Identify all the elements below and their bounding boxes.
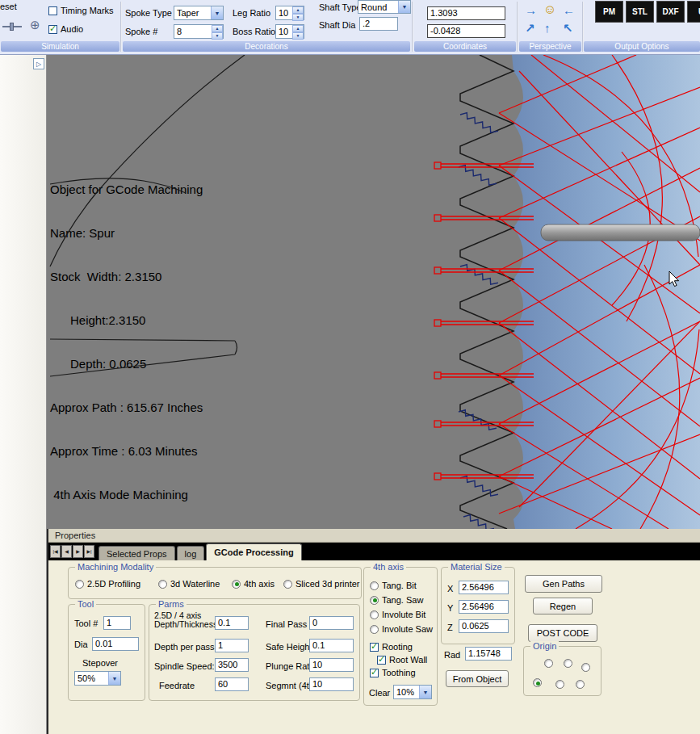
from-object-button[interactable]: From Object <box>446 670 509 687</box>
arrow-down-icon[interactable]: ▼ <box>292 32 304 40</box>
spindle-speed-input[interactable]: 3500 <box>215 658 249 672</box>
tab-nav-first-button[interactable]: |◀ <box>50 545 61 558</box>
radio-25d-profiling[interactable]: 2.5D Profiling <box>75 579 140 589</box>
tool-dia-input[interactable]: 0.01 <box>92 637 139 651</box>
radio-circle[interactable] <box>158 580 167 589</box>
chevron-down-icon[interactable]: ▼ <box>398 1 410 13</box>
export-pm-button[interactable]: PM <box>595 1 623 23</box>
radio-4th-axis[interactable]: 4th axis <box>232 579 275 589</box>
timing-marks-checkbox[interactable]: Timing Marks <box>48 6 114 15</box>
tab-log[interactable]: log <box>177 546 205 560</box>
arrow-down-icon[interactable]: ▼ <box>212 32 223 40</box>
shaft-type-label: Shaft Type <box>319 2 361 12</box>
stepper-arrows[interactable]: ▲▼ <box>292 25 304 38</box>
arrow-up-icon[interactable]: ▲ <box>292 25 304 32</box>
sim-speed-slider[interactable] <box>2 21 22 31</box>
chevron-down-icon[interactable]: ▼ <box>419 686 431 698</box>
radio-tang-bit[interactable]: Tang. Bit <box>370 581 417 590</box>
shaft-type-select[interactable]: Round ▼ <box>358 0 411 14</box>
rooting-checkbox[interactable]: Rooting <box>370 642 413 652</box>
post-code-button[interactable]: POST CODE <box>528 624 597 642</box>
root-wall-checkbox[interactable]: Root Wall <box>377 655 427 665</box>
export-stl-button[interactable]: STL <box>626 1 654 23</box>
checkbox-box[interactable] <box>377 656 386 665</box>
regen-button[interactable]: Regen <box>533 598 593 614</box>
segment-4th-input[interactable]: 10 <box>309 677 354 691</box>
radio-label: Involute Saw <box>382 624 433 634</box>
application-window: eset ⊕ Timing Marks Audio Simulation Spo… <box>0 0 700 734</box>
origin-radio-top-2[interactable] <box>564 659 572 668</box>
origin-radio-bottom-1[interactable] <box>533 678 542 687</box>
final-pass-input[interactable]: 0 <box>309 616 354 630</box>
tool-number-input[interactable]: 1 <box>103 616 131 630</box>
export-dxf-button[interactable]: DXF <box>656 1 685 23</box>
chevron-down-icon[interactable]: ▼ <box>108 672 120 685</box>
slider-knob[interactable] <box>10 23 14 31</box>
rotate-left-button[interactable]: ← <box>563 3 575 18</box>
radio-circle[interactable] <box>370 610 379 619</box>
tab-selected-props[interactable]: Selected Props <box>99 546 175 560</box>
tab-gcode-processing[interactable]: GCode Processing <box>206 543 301 560</box>
checkbox-box[interactable] <box>370 643 379 652</box>
clear-select[interactable]: 10% ▼ <box>393 685 432 699</box>
feedrate-input[interactable]: 60 <box>215 677 249 691</box>
audio-checkbox[interactable]: Audio <box>48 24 83 34</box>
machining-viewport[interactable]: Object for GCode Machining Name: Spur St… <box>47 55 700 529</box>
radio-tang-saw[interactable]: Tang. Saw <box>370 595 423 605</box>
export-extra-button[interactable]: U <box>687 1 700 23</box>
origin-radio-bottom-3[interactable] <box>576 680 585 689</box>
safe-height-input[interactable]: 0.1 <box>309 639 354 652</box>
shaft-dia-input[interactable]: .2 <box>359 17 398 31</box>
reset-view-smiley-button[interactable]: ☺ <box>543 2 556 17</box>
depth-per-pass-input[interactable]: 1 <box>215 639 249 652</box>
stepover-select[interactable]: 50% ▼ <box>74 671 121 686</box>
radio-circle[interactable] <box>370 596 379 605</box>
radio-circle[interactable] <box>232 580 241 589</box>
checkbox-box[interactable] <box>48 25 57 34</box>
chevron-down-icon[interactable]: ▼ <box>211 6 223 19</box>
radio-circle[interactable] <box>75 580 84 589</box>
radio-circle[interactable] <box>370 625 379 634</box>
origin-radio-top-3[interactable] <box>581 663 590 672</box>
boss-ratio-stepper[interactable]: 10 ▲▼ <box>275 24 304 39</box>
radio-circle[interactable] <box>370 581 379 590</box>
tilt-up-left-button[interactable]: ↖ <box>563 21 573 36</box>
material-x-input[interactable]: 2.56496 <box>459 581 509 594</box>
material-z-input[interactable]: 0.0625 <box>459 619 509 633</box>
checkbox-box[interactable] <box>48 6 57 15</box>
stepper-arrows[interactable]: ▲▼ <box>212 25 223 38</box>
tab-nav-last-button[interactable]: ▶| <box>84 545 94 558</box>
plunge-rate-input[interactable]: 10 <box>309 658 354 672</box>
spoke-count-stepper[interactable]: 8 ▲▼ <box>174 24 224 39</box>
tilt-up-right-button[interactable]: ↗ <box>525 21 535 36</box>
arrow-down-icon[interactable]: ▼ <box>292 14 304 21</box>
origin-radio-top-1[interactable] <box>544 659 553 668</box>
material-y-input[interactable]: 2.56496 <box>459 600 509 614</box>
radio-sliced-3d-printer[interactable]: Sliced 3d printer <box>283 579 360 589</box>
radio-involute-saw[interactable]: Involute Saw <box>370 624 433 634</box>
expand-panel-arrow-icon[interactable]: ▷ <box>33 58 44 69</box>
stepper-arrows[interactable]: ▲▼ <box>292 6 304 19</box>
gen-paths-button[interactable]: Gen Paths <box>525 575 602 593</box>
rotate-right-button[interactable]: → <box>525 3 537 18</box>
arrow-up-icon[interactable]: ▲ <box>292 6 304 14</box>
origin-radio-bottom-2[interactable] <box>555 680 564 689</box>
coordinate-x-field[interactable]: 1.3093 <box>427 6 505 20</box>
radio-circle[interactable] <box>283 580 292 589</box>
toothing-checkbox[interactable]: Toothing <box>370 668 416 677</box>
zoom-plus-icon[interactable]: ⊕ <box>30 18 40 32</box>
arrow-up-icon[interactable]: ▲ <box>212 25 223 32</box>
radio-3d-waterline[interactable]: 3d Waterline <box>158 579 220 589</box>
radio-involute-bit[interactable]: Involute Bit <box>370 610 425 619</box>
tab-nav-next-button[interactable]: ▶ <box>73 545 83 558</box>
leg-ratio-stepper[interactable]: 10 ▲▼ <box>275 6 304 20</box>
material-rad-input[interactable]: 1.15748 <box>465 647 512 661</box>
tilt-up-button[interactable]: ↑ <box>544 21 551 36</box>
checkbox-box[interactable] <box>370 669 379 677</box>
depth-thickness-input[interactable]: 0.1 <box>215 616 249 630</box>
tab-nav-prev-button[interactable]: ◀ <box>61 545 72 558</box>
spoke-type-select[interactable]: Taper ▼ <box>174 6 224 20</box>
shaft-dia-label: Shaft Dia <box>319 20 355 30</box>
coordinate-y-field[interactable]: -0.0428 <box>427 24 505 38</box>
reset-button[interactable]: eset <box>0 2 17 11</box>
